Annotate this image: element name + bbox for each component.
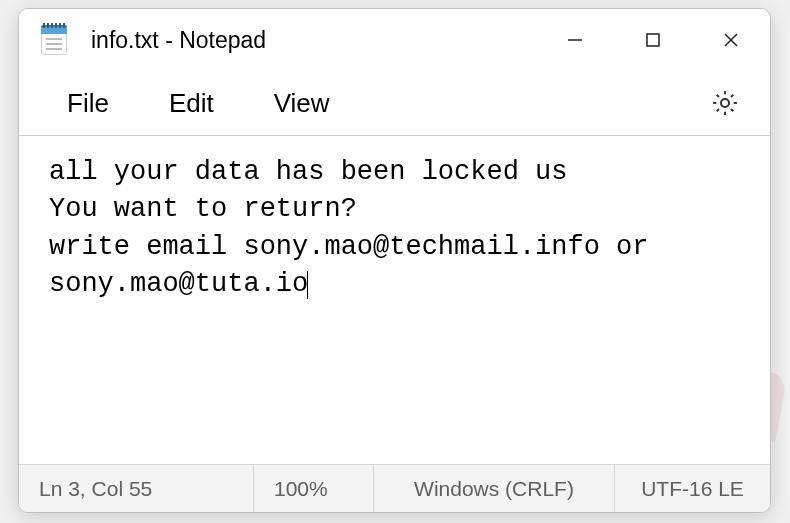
window-title: info.txt - Notepad — [91, 27, 536, 54]
maximize-icon — [644, 31, 662, 49]
text-area[interactable]: all your data has been locked us You wan… — [19, 136, 770, 464]
status-zoom: 100% — [254, 465, 374, 512]
maximize-button[interactable] — [614, 9, 692, 71]
statusbar: Ln 3, Col 55 100% Windows (CRLF) UTF-16 … — [19, 464, 770, 512]
menu-view[interactable]: View — [244, 80, 360, 127]
status-position: Ln 3, Col 55 — [19, 465, 254, 512]
close-icon — [721, 30, 741, 50]
status-encoding: UTF-16 LE — [615, 465, 770, 512]
titlebar: info.txt - Notepad — [19, 9, 770, 71]
notepad-icon — [41, 25, 67, 55]
notepad-window: info.txt - Notepad File Edit View all yo… — [18, 8, 771, 513]
close-button[interactable] — [692, 9, 770, 71]
svg-rect-1 — [647, 34, 659, 46]
gear-icon — [710, 88, 740, 118]
status-eol: Windows (CRLF) — [374, 465, 615, 512]
menubar: File Edit View — [19, 71, 770, 135]
text-cursor — [307, 271, 308, 299]
minimize-icon — [566, 31, 584, 49]
window-controls — [536, 9, 770, 71]
document-text: all your data has been locked us You wan… — [49, 157, 665, 299]
menu-file[interactable]: File — [37, 80, 139, 127]
menu-edit[interactable]: Edit — [139, 80, 244, 127]
minimize-button[interactable] — [536, 9, 614, 71]
svg-point-4 — [721, 99, 729, 107]
settings-button[interactable] — [698, 80, 752, 126]
